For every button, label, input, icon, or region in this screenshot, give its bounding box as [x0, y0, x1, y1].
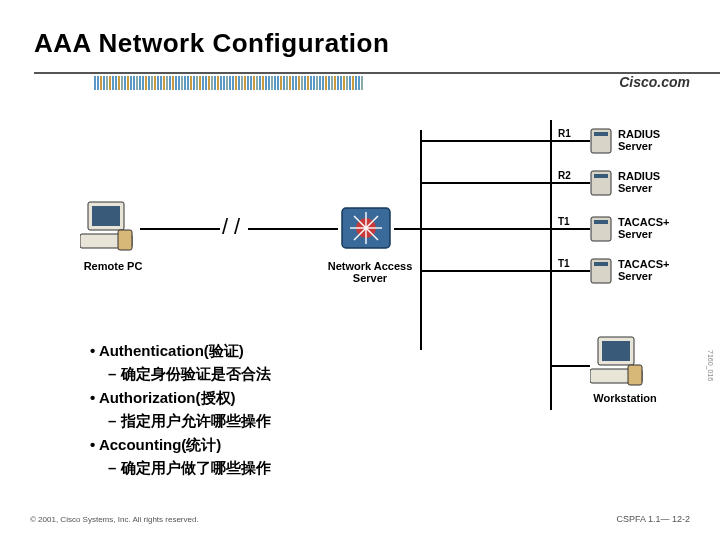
radius-server-2-icon — [590, 170, 612, 196]
workstation-label: Workstation — [590, 392, 660, 404]
workstation-icon — [590, 335, 650, 390]
bullet-1-sub: 确定身份验证是否合法 — [121, 365, 271, 382]
svg-rect-3 — [118, 230, 132, 250]
bullet-2-sub: 指定用户允许哪些操作 — [121, 412, 271, 429]
title-rule — [34, 72, 720, 102]
nas-label: Network Access Server — [320, 260, 420, 284]
svg-rect-19 — [602, 341, 630, 361]
slide-title: AAA Network Configuration — [34, 28, 389, 59]
tacacs-server-1-icon — [590, 216, 612, 242]
network-diagram: Remote PC / / Network Access Server R1 — [0, 110, 720, 360]
svg-rect-15 — [594, 220, 608, 224]
remote-pc-label: Remote PC — [78, 260, 148, 272]
svg-rect-17 — [594, 262, 608, 266]
svg-rect-21 — [628, 365, 642, 385]
link-t2-label: T1 — [558, 258, 570, 269]
bullet-3-sub: 确定用户做了哪些操作 — [121, 459, 271, 476]
link-t1-label: T1 — [558, 216, 570, 227]
link-r1-label: R1 — [558, 128, 571, 139]
footer-copyright: © 2001, Cisco Systems, Inc. All rights r… — [30, 515, 199, 524]
footer-slide-number: CSPFA 1.1— 12-2 — [616, 514, 690, 524]
remote-pc-icon — [80, 200, 140, 255]
radius-server-2-label: RADIUS Server — [618, 170, 660, 194]
bullet-3-head: Accounting(统计) — [99, 436, 221, 453]
bullet-2-head: Authorization(授权) — [99, 389, 236, 406]
slide: AAA Network Configuration Cisco.com Remo… — [0, 0, 720, 540]
decorative-bars — [94, 76, 363, 90]
tacacs-server-2-icon — [590, 258, 612, 284]
radius-server-1-label: RADIUS Server — [618, 128, 660, 152]
bullet-list: • Authentication(验证) – 确定身份验证是否合法 • Auth… — [90, 340, 271, 481]
tacacs-server-2-label: TACACS+ Server — [618, 258, 669, 282]
bullet-1-head: Authentication(验证) — [99, 342, 244, 359]
network-access-server-icon — [338, 202, 394, 254]
svg-rect-1 — [92, 206, 120, 226]
link-r2-label: R2 — [558, 170, 571, 181]
cisco-logo: Cisco.com — [619, 74, 690, 90]
svg-rect-11 — [594, 132, 608, 136]
figure-id: 7160_016 — [707, 350, 714, 381]
svg-rect-13 — [594, 174, 608, 178]
radius-server-1-icon — [590, 128, 612, 154]
tacacs-server-1-label: TACACS+ Server — [618, 216, 669, 240]
